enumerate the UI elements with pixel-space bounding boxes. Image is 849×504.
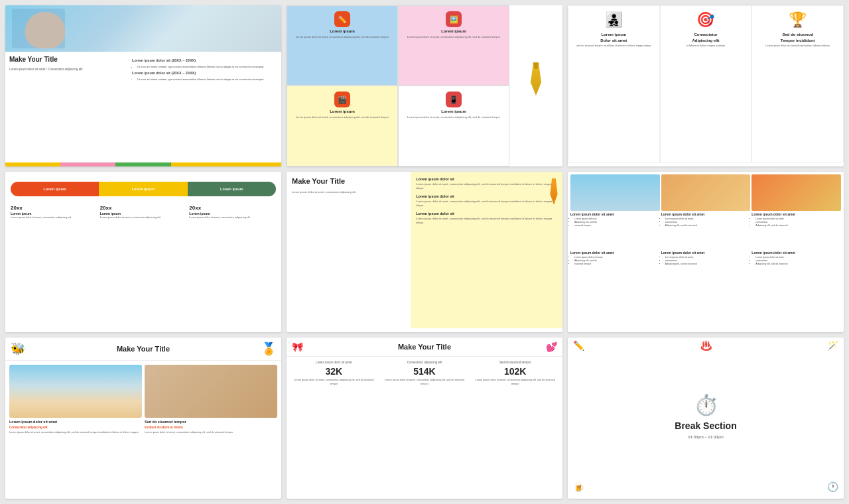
slide-7-item-title-1: Lorem ipsum dolor sit amet	[9, 420, 142, 424]
slide-7-photo-1	[9, 365, 142, 418]
slide-5-rp-text-3: Lorem ipsum dolor sit amet, consectetur …	[416, 217, 557, 225]
slide-2-text-2: Lorem ipsum dolor sit amet, consectetur …	[407, 35, 500, 39]
slide-3-subtitle-3: Tempor incididunt	[781, 38, 815, 42]
slide-5-rp-title-3: Lorem ipsum dolor sit	[416, 212, 557, 216]
slide-4-stat-3: 20xx Lorem ipsum Lorem ipsum dolor sit a…	[189, 205, 276, 220]
slide-2-cell-4: 📱 Lorem ipsum Lorem ipsum dolor sit amet…	[398, 86, 509, 166]
slide-8-stat-1: Lorem ipsum dolor sit amet 32K Lorem ips…	[291, 361, 377, 491]
photo-thumb-2	[661, 174, 751, 211]
slide-7-content: Lorem ipsum dolor sit amet Consectetur a…	[5, 361, 281, 495]
slide-5-left: Make Your Title Lorem ipsum dolor sit am…	[287, 172, 411, 329]
stat-text-3: Lorem ipsum dolor sit amet, consectetur …	[189, 216, 276, 220]
slide-8-stat-2: Consectetur adipiscing elit 514K Lorem i…	[381, 361, 468, 491]
slide-3-text-2: ut labore et dolore magna in aliqua	[686, 44, 725, 48]
slide-9: ✏️ ♨️ 🪄 ⏱️ Break Section 01:00pm – 01:30…	[568, 338, 844, 499]
slide-4-stats: 20xx Lorem ipsum Lorem ipsum dolor sit a…	[11, 205, 276, 220]
slide-2-bottom-bar	[287, 163, 562, 166]
slide-3-col-1: 👨‍👧‍👦 Lorem ipsum Dolor sit amet sed do …	[568, 5, 660, 162]
slide-5-section-2: Lorem ipsum dolor sit Lorem ipsum dolor …	[416, 194, 557, 208]
slide-3-grid: 👨‍👧‍👦 Lorem ipsum Dolor sit amet sed do …	[568, 5, 844, 162]
slide-7-item-2: Sed do eiusmod tempor Incidunt at labore…	[145, 365, 277, 491]
stat-label-3: Lorem ipsum	[189, 212, 276, 216]
slide-1-subtitle2: Lorem ipsum dolor sit (20XX – 20XX)	[132, 71, 277, 76]
stat-year-1: 20xx	[11, 205, 98, 211]
slide-1-bottom-bar	[5, 162, 281, 166]
slide-7-title: Make Your Title	[117, 345, 170, 353]
stat-text-1: Lorem ipsum dolor sit amet, consectetur …	[11, 216, 98, 220]
slide-4-timeline: Lorem ipsum Lorem ipsum Lorem ipsum	[11, 180, 276, 198]
slide-8-stat-sub-3: Lorem ipsum dolor sit amet, consectetur …	[472, 379, 558, 386]
slide-2-cell-1: ✏️ Lorem ipsum Lorem ipsum dolor sit ame…	[287, 5, 398, 86]
slide-8-header: 🎀 Make Your Title 💕	[287, 338, 562, 357]
slide-8-left-icons: 🎀	[292, 342, 303, 352]
bee-icon: 🐝	[11, 342, 25, 356]
slide-9-content: ⏱️ Break Section 01:00pm – 01:30pm	[568, 351, 844, 481]
slide-6-cell-1: Lorem ipsum dolor sit amet Lorem ipsum d…	[570, 174, 660, 249]
target-icon: 🎯	[696, 11, 714, 29]
slide-7-item-title-2: Sed do eiusmod tempor	[145, 420, 277, 424]
photo-thumb-3	[751, 174, 841, 211]
slide-6-cell-4: Lorem ipsum dolor sit amet Lorem ipsum d…	[570, 251, 660, 326]
slide-8-stat-label-3: Sed do eiusmod tempor	[499, 361, 531, 364]
slide-8-stat-number-1: 32K	[325, 366, 342, 377]
slide-7-photo-2	[145, 365, 277, 418]
award-icon: 🏅	[261, 342, 276, 356]
slide-7-item-text-1: Lorem ipsum dolor sit amet, consectetur …	[9, 431, 142, 434]
dad-icon: 👨‍👧‍👦	[605, 11, 623, 29]
slide-9-top-deco: ✏️ ♨️ 🪄	[568, 338, 844, 351]
slide-6: Lorem ipsum dolor sit amet Lorem ipsum d…	[568, 172, 844, 333]
slide-8-title: Make Your Title	[398, 343, 451, 351]
slide-6-title-2: Lorem ipsum dolor sit amet	[661, 212, 751, 216]
slide-4-bottom-bar	[11, 324, 276, 327]
clock-icon: ⏱️	[694, 393, 718, 416]
heart-icon: 💕	[546, 342, 557, 352]
slide-8: 🎀 Make Your Title 💕 Lorem ipsum dolor si…	[287, 338, 562, 499]
slide-3-title-1: Lorem ipsum	[601, 32, 626, 36]
slide-5-section-3: Lorem ipsum dolor sit Lorem ipsum dolor …	[416, 212, 557, 225]
slide-4-stat-1: 20xx Lorem ipsum Lorem ipsum dolor sit a…	[11, 205, 98, 220]
slide-7-header: 🐝 Make Your Title 🏅	[5, 338, 281, 361]
slide-8-stat-label-1: Lorem ipsum dolor sit amet	[316, 361, 352, 364]
slide-3-subtitle-1: Dolor sit amet	[600, 38, 627, 42]
pill-green: Lorem ipsum	[188, 182, 276, 196]
slide-7-item-1: Lorem ipsum dolor sit amet Consectetur a…	[9, 365, 142, 491]
slide-6-title-3: Lorem ipsum dolor sit amet	[751, 212, 841, 216]
slide-5-rp-text-1: Lorem ipsum dolor sit amet, consectetur …	[416, 182, 557, 190]
slide-6-bottom-bar	[568, 328, 844, 332]
slide-2-label-4: Lorem ipsum	[441, 109, 466, 113]
slide-9-time: 01:00pm – 01:30pm	[688, 435, 723, 439]
slide-2-label-1: Lorem ipsum	[330, 29, 355, 33]
slide-1-bullet1: Ut eros ad minim veniam, qua nostrud exe…	[137, 65, 277, 69]
slide-2-cell-2: 🖼️ Lorem ipsum Lorem ipsum dolor sit ame…	[398, 5, 509, 86]
slide-6-title-6: Lorem ipsum dolor sit amet	[751, 251, 841, 255]
slide-7-bottom-bar	[5, 495, 281, 499]
pencil-icon: ✏️	[573, 340, 584, 351]
slide-8-stat-number-2: 514K	[413, 366, 435, 377]
slide-6-title-4: Lorem ipsum dolor sit amet	[570, 251, 660, 255]
photo-thumb-1	[570, 174, 660, 211]
steam-icon: ♨️	[700, 340, 712, 351]
slide-1-title: Make Your Title	[9, 56, 128, 63]
slide-1-subtitle1: Lorem ipsum dolor sit (20XX – 20XX)	[132, 58, 277, 64]
slide-2-text-4: Lorem ipsum dolor sit amet, consectetur …	[407, 115, 500, 119]
slide-3-bottom-bar	[568, 162, 844, 166]
photo-strip	[5, 5, 281, 52]
slide-5-content: Make Your Title Lorem ipsum dolor sit am…	[287, 172, 562, 329]
clock2-icon: 🕐	[827, 481, 838, 492]
slide-9-bottom-bar	[568, 495, 844, 499]
slide-1-bullet2: Ut eros ad minim veniam, qua nostrud exe…	[137, 78, 277, 82]
beer-icon: 🍺	[573, 481, 584, 492]
slide-6-title-5: Lorem ipsum dolor sit amet	[661, 251, 751, 255]
slide-2-label-3: Lorem ipsum	[330, 109, 355, 113]
slide-3-title-2: Consectetur	[694, 32, 717, 36]
slide-8-stat-sub-1: Lorem ipsum dolor sit amet, consectetur …	[291, 379, 377, 386]
slide-3-text-1: sed do eiusmod tempor incididunt ut labo…	[576, 44, 651, 48]
slide-6-grid: Lorem ipsum dolor sit amet Lorem ipsum d…	[568, 172, 844, 329]
slide-7-item-subtitle-2: Incidunt at labore et dolore	[145, 426, 277, 429]
slide-5-rp-title-1: Lorem ipsum dolor sit	[416, 177, 557, 181]
stat-label-2: Lorem ipsum	[100, 212, 187, 216]
slide-9-bottom-deco: 🍺 🕐	[568, 481, 844, 495]
slide-5-title: Make Your Title	[292, 177, 405, 185]
bowtie-icon: 🎀	[292, 342, 303, 352]
slide-7-item-text-2: Lorem ipsum dolor sit amet, consectetur …	[145, 431, 277, 434]
